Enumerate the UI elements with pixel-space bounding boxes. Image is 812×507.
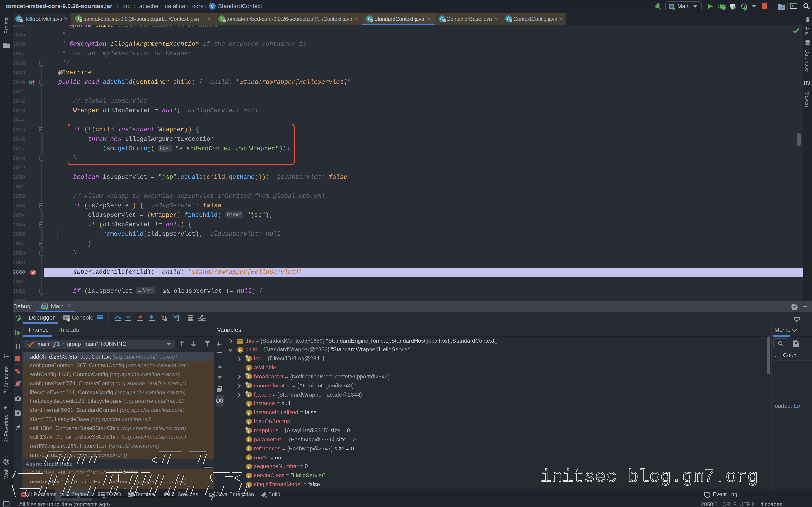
svg-text:Main: Main <box>677 3 690 9</box>
